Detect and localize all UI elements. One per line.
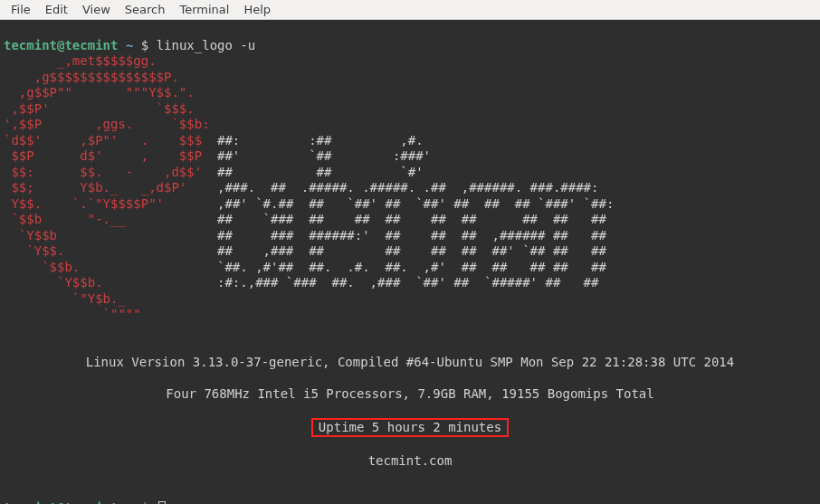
prompt-user-host-2: tecmint@tecmint [4, 500, 118, 504]
menu-search[interactable]: Search [118, 1, 173, 18]
prompt-user-host: tecmint@tecmint [4, 38, 118, 52]
info-hardware: Four 768MHz Intel i5 Processors, 7.9GB R… [4, 386, 816, 403]
terminal-area[interactable]: tecmint@tecmint ~ $ linux_logo -u _,met$… [0, 20, 820, 504]
prompt-line-1: tecmint@tecmint ~ $ linux_logo -u [4, 38, 255, 52]
info-host: tecmint.com [4, 453, 816, 470]
command-text: linux_logo -u [157, 38, 256, 52]
menu-help[interactable]: Help [236, 1, 278, 18]
menu-edit[interactable]: Edit [38, 1, 75, 18]
info-version: Linux Version 3.13.0-37-generic, Compile… [4, 355, 816, 371]
menu-view[interactable]: View [75, 1, 118, 18]
uptime-highlight: Uptime 5 hours 2 minutes [311, 418, 509, 438]
ascii-logo: _,met$$$$$gg. ,g$$$$$$$$$$$$$$$P. ,g$$P"… [4, 53, 614, 321]
prompt-line-2: tecmint@tecmint ~ $ [4, 500, 166, 504]
menu-terminal[interactable]: Terminal [172, 1, 236, 18]
menu-file[interactable]: File [4, 1, 38, 18]
prompt-path: ~ [126, 38, 133, 52]
prompt-dollar: $ [141, 38, 148, 52]
prompt-path-2: ~ [126, 500, 133, 504]
uptime-text: Uptime 5 hours 2 minutes [319, 420, 501, 434]
prompt-dollar-2: $ [141, 500, 148, 504]
menubar: File Edit View Search Terminal Help [0, 0, 820, 20]
